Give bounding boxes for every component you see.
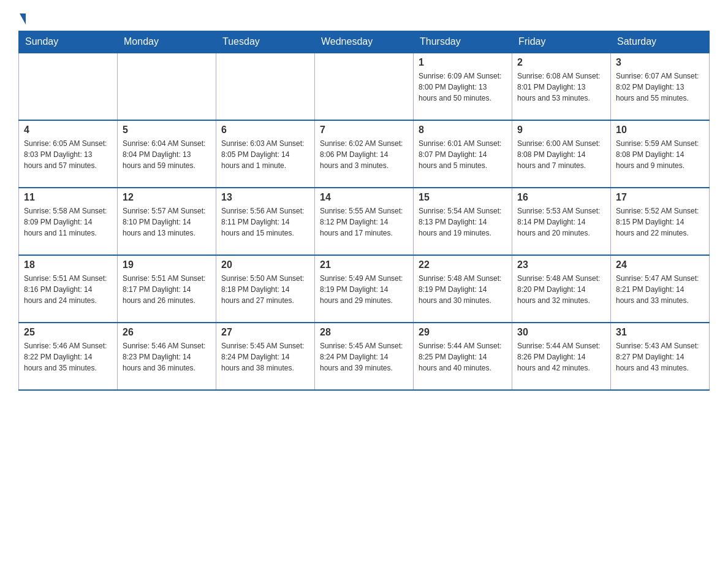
sun-info: Sunrise: 5:45 AM Sunset: 8:24 PM Dayligh… xyxy=(320,340,408,373)
calendar-cell: 8Sunrise: 6:01 AM Sunset: 8:07 PM Daylig… xyxy=(414,120,512,188)
day-number: 29 xyxy=(419,327,507,338)
sun-info: Sunrise: 5:59 AM Sunset: 8:08 PM Dayligh… xyxy=(616,138,704,171)
day-number: 28 xyxy=(320,327,408,338)
calendar-cell: 6Sunrise: 6:03 AM Sunset: 8:05 PM Daylig… xyxy=(216,120,315,188)
sun-info: Sunrise: 5:48 AM Sunset: 8:19 PM Dayligh… xyxy=(419,273,507,306)
day-number: 21 xyxy=(320,259,408,270)
sun-info: Sunrise: 5:51 AM Sunset: 8:17 PM Dayligh… xyxy=(123,273,211,306)
calendar-cell: 7Sunrise: 6:02 AM Sunset: 8:06 PM Daylig… xyxy=(315,120,414,188)
sun-info: Sunrise: 5:47 AM Sunset: 8:21 PM Dayligh… xyxy=(616,273,704,306)
calendar-cell xyxy=(216,53,315,120)
sun-info: Sunrise: 5:44 AM Sunset: 8:25 PM Dayligh… xyxy=(419,340,507,373)
sun-info: Sunrise: 6:08 AM Sunset: 8:01 PM Dayligh… xyxy=(517,71,605,104)
calendar-cell: 18Sunrise: 5:51 AM Sunset: 8:16 PM Dayli… xyxy=(19,255,118,323)
calendar-cell: 14Sunrise: 5:55 AM Sunset: 8:12 PM Dayli… xyxy=(315,188,414,255)
day-number: 8 xyxy=(419,124,507,136)
day-of-week-header: Friday xyxy=(512,31,611,53)
calendar-cell: 12Sunrise: 5:57 AM Sunset: 8:10 PM Dayli… xyxy=(118,188,216,255)
day-number: 26 xyxy=(123,327,211,338)
calendar-cell: 17Sunrise: 5:52 AM Sunset: 8:15 PM Dayli… xyxy=(611,188,710,255)
calendar-table: SundayMondayTuesdayWednesdayThursdayFrid… xyxy=(18,31,710,391)
day-number: 6 xyxy=(221,124,309,136)
day-number: 16 xyxy=(517,192,605,203)
calendar-cell: 5Sunrise: 6:04 AM Sunset: 8:04 PM Daylig… xyxy=(118,120,216,188)
calendar-cell: 25Sunrise: 5:46 AM Sunset: 8:22 PM Dayli… xyxy=(19,323,118,390)
day-of-week-header: Tuesday xyxy=(216,31,315,53)
day-number: 9 xyxy=(517,124,605,136)
calendar-week-row: 25Sunrise: 5:46 AM Sunset: 8:22 PM Dayli… xyxy=(19,323,710,390)
sun-info: Sunrise: 5:43 AM Sunset: 8:27 PM Dayligh… xyxy=(616,340,704,373)
calendar-cell: 16Sunrise: 5:53 AM Sunset: 8:14 PM Dayli… xyxy=(512,188,611,255)
day-number: 25 xyxy=(24,327,112,338)
day-number: 24 xyxy=(616,259,704,270)
day-of-week-header: Sunday xyxy=(19,31,118,53)
calendar-week-row: 18Sunrise: 5:51 AM Sunset: 8:16 PM Dayli… xyxy=(19,255,710,323)
day-number: 19 xyxy=(123,259,211,270)
sun-info: Sunrise: 6:03 AM Sunset: 8:05 PM Dayligh… xyxy=(221,138,309,171)
calendar-week-row: 4Sunrise: 6:05 AM Sunset: 8:03 PM Daylig… xyxy=(19,120,710,188)
calendar-cell: 15Sunrise: 5:54 AM Sunset: 8:13 PM Dayli… xyxy=(414,188,512,255)
day-of-week-header: Thursday xyxy=(414,31,512,53)
sun-info: Sunrise: 6:00 AM Sunset: 8:08 PM Dayligh… xyxy=(517,138,605,171)
day-number: 10 xyxy=(616,124,704,136)
calendar-cell xyxy=(118,53,216,120)
calendar-cell xyxy=(19,53,118,120)
day-number: 5 xyxy=(123,124,211,136)
calendar-cell: 20Sunrise: 5:50 AM Sunset: 8:18 PM Dayli… xyxy=(216,255,315,323)
calendar-cell xyxy=(315,53,414,120)
sun-info: Sunrise: 5:45 AM Sunset: 8:24 PM Dayligh… xyxy=(221,340,309,373)
day-number: 14 xyxy=(320,192,408,203)
calendar-cell: 21Sunrise: 5:49 AM Sunset: 8:19 PM Dayli… xyxy=(315,255,414,323)
calendar-cell: 13Sunrise: 5:56 AM Sunset: 8:11 PM Dayli… xyxy=(216,188,315,255)
day-number: 31 xyxy=(616,327,704,338)
calendar-cell: 22Sunrise: 5:48 AM Sunset: 8:19 PM Dayli… xyxy=(414,255,512,323)
sun-info: Sunrise: 5:57 AM Sunset: 8:10 PM Dayligh… xyxy=(123,205,211,239)
sun-info: Sunrise: 5:58 AM Sunset: 8:09 PM Dayligh… xyxy=(24,205,112,239)
calendar-cell: 30Sunrise: 5:44 AM Sunset: 8:26 PM Dayli… xyxy=(512,323,611,390)
sun-info: Sunrise: 6:09 AM Sunset: 8:00 PM Dayligh… xyxy=(419,71,507,104)
calendar-cell: 26Sunrise: 5:46 AM Sunset: 8:23 PM Dayli… xyxy=(118,323,216,390)
sun-info: Sunrise: 5:55 AM Sunset: 8:12 PM Dayligh… xyxy=(320,205,408,239)
sun-info: Sunrise: 5:50 AM Sunset: 8:18 PM Dayligh… xyxy=(221,273,309,306)
day-number: 23 xyxy=(517,259,605,270)
calendar-cell: 29Sunrise: 5:44 AM Sunset: 8:25 PM Dayli… xyxy=(414,323,512,390)
day-of-week-header: Wednesday xyxy=(315,31,414,53)
calendar-week-row: 11Sunrise: 5:58 AM Sunset: 8:09 PM Dayli… xyxy=(19,188,710,255)
calendar-header-row: SundayMondayTuesdayWednesdayThursdayFrid… xyxy=(19,31,710,53)
calendar-cell: 1Sunrise: 6:09 AM Sunset: 8:00 PM Daylig… xyxy=(414,53,512,120)
sun-info: Sunrise: 5:48 AM Sunset: 8:20 PM Dayligh… xyxy=(517,273,605,306)
day-number: 18 xyxy=(24,259,112,270)
day-number: 15 xyxy=(419,192,507,203)
sun-info: Sunrise: 5:56 AM Sunset: 8:11 PM Dayligh… xyxy=(221,205,309,239)
sun-info: Sunrise: 6:05 AM Sunset: 8:03 PM Dayligh… xyxy=(24,138,112,171)
sun-info: Sunrise: 5:51 AM Sunset: 8:16 PM Dayligh… xyxy=(24,273,112,306)
day-number: 3 xyxy=(616,57,704,68)
calendar-cell: 11Sunrise: 5:58 AM Sunset: 8:09 PM Dayli… xyxy=(19,188,118,255)
sun-info: Sunrise: 5:52 AM Sunset: 8:15 PM Dayligh… xyxy=(616,205,704,239)
calendar-cell: 19Sunrise: 5:51 AM Sunset: 8:17 PM Dayli… xyxy=(118,255,216,323)
day-number: 4 xyxy=(24,124,112,136)
sun-info: Sunrise: 6:01 AM Sunset: 8:07 PM Dayligh… xyxy=(419,138,507,171)
calendar-cell: 24Sunrise: 5:47 AM Sunset: 8:21 PM Dayli… xyxy=(611,255,710,323)
calendar-cell: 28Sunrise: 5:45 AM Sunset: 8:24 PM Dayli… xyxy=(315,323,414,390)
calendar-cell: 27Sunrise: 5:45 AM Sunset: 8:24 PM Dayli… xyxy=(216,323,315,390)
logo-triangle-icon xyxy=(20,13,26,25)
logo xyxy=(18,12,26,25)
calendar-cell: 4Sunrise: 6:05 AM Sunset: 8:03 PM Daylig… xyxy=(19,120,118,188)
day-number: 27 xyxy=(221,327,309,338)
day-number: 11 xyxy=(24,192,112,203)
day-number: 7 xyxy=(320,124,408,136)
calendar-cell: 31Sunrise: 5:43 AM Sunset: 8:27 PM Dayli… xyxy=(611,323,710,390)
sun-info: Sunrise: 6:02 AM Sunset: 8:06 PM Dayligh… xyxy=(320,138,408,171)
day-number: 1 xyxy=(419,57,507,68)
day-number: 12 xyxy=(123,192,211,203)
calendar-cell: 2Sunrise: 6:08 AM Sunset: 8:01 PM Daylig… xyxy=(512,53,611,120)
day-number: 13 xyxy=(221,192,309,203)
calendar-week-row: 1Sunrise: 6:09 AM Sunset: 8:00 PM Daylig… xyxy=(19,53,710,120)
calendar-cell: 3Sunrise: 6:07 AM Sunset: 8:02 PM Daylig… xyxy=(611,53,710,120)
day-number: 20 xyxy=(221,259,309,270)
day-of-week-header: Monday xyxy=(118,31,216,53)
sun-info: Sunrise: 5:49 AM Sunset: 8:19 PM Dayligh… xyxy=(320,273,408,306)
sun-info: Sunrise: 5:46 AM Sunset: 8:22 PM Dayligh… xyxy=(24,340,112,373)
sun-info: Sunrise: 5:54 AM Sunset: 8:13 PM Dayligh… xyxy=(419,205,507,239)
